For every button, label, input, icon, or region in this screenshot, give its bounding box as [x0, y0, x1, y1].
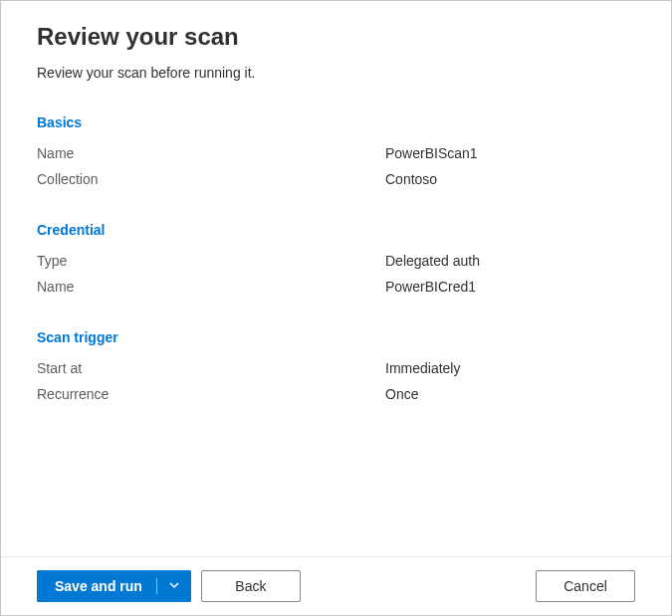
page-subtitle: Review your scan before running it.	[37, 65, 635, 81]
field-row-name: Name PowerBIScan1	[37, 140, 635, 166]
field-value-recurrence: Once	[385, 386, 418, 402]
field-row-type: Type Delegated auth	[37, 248, 635, 274]
section-credential: Credential Type Delegated auth Name Powe…	[37, 222, 635, 300]
field-label-name: Name	[37, 145, 385, 161]
section-credential-title: Credential	[37, 222, 635, 238]
field-row-credname: Name PowerBICred1	[37, 274, 635, 300]
field-label-recurrence: Recurrence	[37, 386, 385, 402]
chevron-down-icon	[168, 579, 180, 594]
save-and-run-split-button: Save and run	[37, 570, 191, 602]
field-label-collection: Collection	[37, 171, 385, 187]
save-and-run-menu-button[interactable]	[157, 570, 191, 602]
review-scan-panel: Review your scan Review your scan before…	[0, 0, 672, 616]
cancel-button[interactable]: Cancel	[536, 570, 635, 602]
field-label-start: Start at	[37, 360, 385, 376]
section-basics: Basics Name PowerBIScan1 Collection Cont…	[37, 114, 635, 192]
save-and-run-button[interactable]: Save and run	[37, 570, 156, 602]
field-row-start: Start at Immediately	[37, 355, 635, 381]
field-row-collection: Collection Contoso	[37, 166, 635, 192]
panel-content: Review your scan Review your scan before…	[1, 1, 671, 556]
section-scan-trigger: Scan trigger Start at Immediately Recurr…	[37, 329, 635, 407]
field-label-credname: Name	[37, 279, 385, 295]
panel-footer: Save and run Back Cancel	[1, 556, 671, 615]
field-value-name: PowerBIScan1	[385, 145, 478, 161]
section-scan-trigger-title: Scan trigger	[37, 329, 635, 345]
field-value-collection: Contoso	[385, 171, 437, 187]
back-button[interactable]: Back	[201, 570, 301, 602]
field-value-credname: PowerBICred1	[385, 279, 476, 295]
field-value-start: Immediately	[385, 360, 460, 376]
section-basics-title: Basics	[37, 114, 635, 130]
field-label-type: Type	[37, 253, 385, 269]
field-row-recurrence: Recurrence Once	[37, 381, 635, 407]
page-title: Review your scan	[37, 23, 635, 51]
field-value-type: Delegated auth	[385, 253, 480, 269]
